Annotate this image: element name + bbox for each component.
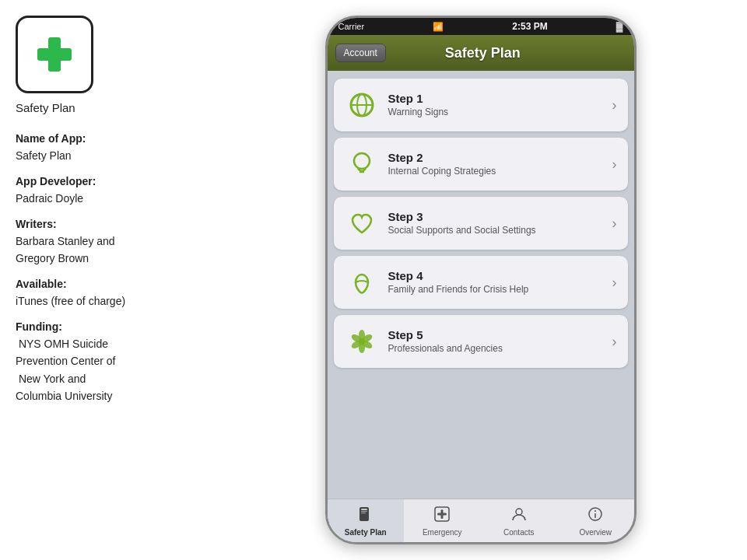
phone-frame: Carrier 📶 2:53 PM ▓ Account Safety Plan: [214, 0, 747, 560]
step-1-item[interactable]: Step 1 Warning Signs ›: [334, 79, 628, 131]
time-label: 2:53 PM: [512, 21, 547, 32]
step-2-subtitle: Internal Coping Strategies: [388, 166, 608, 178]
tab-emergency[interactable]: Emergency: [404, 499, 481, 542]
info-developer: App Developer:Padraic Doyle: [16, 173, 198, 208]
step-1-text: Step 1 Warning Signs: [388, 92, 608, 119]
svg-rect-20: [437, 513, 447, 515]
svg-point-13: [359, 338, 365, 345]
step-3-chevron: ›: [612, 215, 617, 232]
step-5-item[interactable]: Step 5 Professionals and Agencies ›: [334, 315, 628, 368]
step-1-title: Step 1: [388, 92, 608, 105]
step-5-icon: [345, 324, 379, 359]
app-icon-label: Safety Plan: [16, 101, 198, 114]
step-2-chevron: ›: [612, 156, 617, 173]
tab-overview[interactable]: Overview: [557, 499, 634, 542]
step-3-icon: [345, 206, 379, 240]
nav-title: Safety Plan: [386, 45, 580, 61]
overview-tab-icon: [587, 506, 604, 527]
step-1-subtitle: Warning Signs: [388, 107, 608, 119]
tab-safety-plan[interactable]: Safety Plan: [328, 499, 405, 542]
step-5-chevron: ›: [612, 334, 617, 350]
carrier-label: Carrier: [338, 22, 365, 31]
step-3-text: Step 3 Social Supports and Social Settin…: [388, 210, 608, 237]
step-1-chevron: ›: [612, 97, 617, 114]
step-4-title: Step 4: [388, 269, 608, 282]
left-panel: Safety Plan Name of App:Safety Plan App …: [0, 0, 214, 560]
info-funding: Funding: NYS OMH SuicidePrevention Cente…: [16, 318, 198, 405]
wifi-icon: 📶: [433, 22, 444, 32]
battery-icon: ▓: [616, 21, 623, 32]
svg-rect-1: [37, 48, 72, 61]
tab-emergency-label: Emergency: [423, 528, 462, 537]
svg-point-21: [516, 509, 522, 515]
svg-point-5: [354, 153, 370, 169]
nav-bar: Account Safety Plan: [328, 35, 634, 71]
info-name-of-app: Name of App:Safety Plan: [16, 130, 198, 165]
step-5-subtitle: Professionals and Agencies: [388, 343, 608, 355]
step-5-text: Step 5 Professionals and Agencies: [388, 328, 608, 355]
app-icon: [16, 16, 93, 93]
tab-contacts[interactable]: Contacts: [481, 499, 558, 542]
tab-contacts-label: Contacts: [503, 528, 534, 537]
contacts-tab-icon: [510, 506, 528, 527]
info-writers: Writers:Barbara Stanley andGregory Brown: [16, 215, 198, 268]
step-4-subtitle: Family and Friends for Crisis Help: [388, 284, 608, 296]
step-4-text: Step 4 Family and Friends for Crisis Hel…: [388, 269, 608, 296]
info-available: Available:iTunes (free of charge): [16, 275, 198, 310]
step-2-item[interactable]: Step 2 Internal Coping Strategies ›: [334, 138, 628, 191]
tab-bar: Safety Plan Emergency: [328, 499, 634, 542]
svg-point-24: [594, 510, 596, 512]
step-3-item[interactable]: Step 3 Social Supports and Social Settin…: [334, 197, 628, 250]
step-3-title: Step 3: [388, 210, 608, 223]
phone: Carrier 📶 2:53 PM ▓ Account Safety Plan: [325, 16, 637, 544]
step-1-icon: [345, 88, 379, 122]
svg-rect-17: [361, 513, 366, 513]
tab-safety-plan-label: Safety Plan: [345, 528, 387, 537]
step-2-text: Step 2 Internal Coping Strategies: [388, 151, 608, 178]
step-4-chevron: ›: [612, 275, 617, 291]
step-4-item[interactable]: Step 4 Family and Friends for Crisis Hel…: [334, 256, 628, 309]
emergency-tab-icon: [433, 506, 451, 527]
svg-rect-15: [361, 509, 367, 510]
account-button[interactable]: Account: [335, 44, 386, 62]
content-area: Step 1 Warning Signs › Step 2 Internal C…: [328, 71, 634, 499]
status-bar: Carrier 📶 2:53 PM ▓: [328, 18, 634, 35]
step-2-title: Step 2: [388, 151, 608, 164]
svg-rect-16: [361, 511, 367, 512]
step-5-title: Step 5: [388, 328, 608, 341]
safety-plan-tab-icon: [357, 506, 374, 527]
step-3-subtitle: Social Supports and Social Settings: [388, 225, 608, 237]
step-2-icon: [345, 147, 379, 181]
step-4-icon: [345, 265, 379, 299]
tab-overview-label: Overview: [579, 528, 612, 537]
